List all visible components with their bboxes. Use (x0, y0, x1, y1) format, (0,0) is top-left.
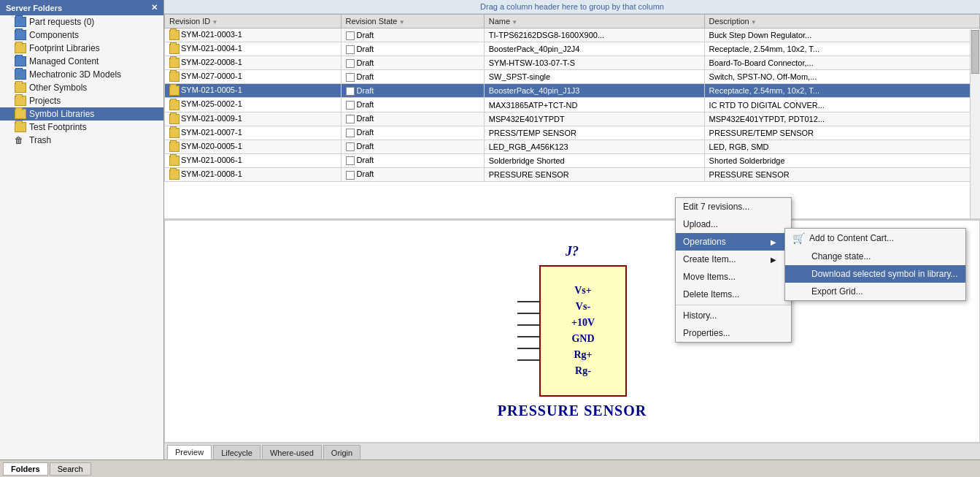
cell-revision-state: Draft (341, 167, 484, 181)
sub-download-symbol[interactable]: Download selected symbol in library... (785, 265, 965, 283)
sub-export-grid[interactable]: Export Grid... (785, 283, 965, 300)
cell-name: MAX31865ATP+TCT-ND (484, 98, 704, 112)
submenu-arrow-create: ▶ (771, 256, 776, 264)
pin-line-1 (517, 301, 539, 302)
cell-description: PRESSURE SENSOR (704, 167, 979, 181)
pin-line-6 (517, 359, 539, 361)
table-row[interactable]: SYM-021-0005-1 DraftBoosterPack_40pin_J1… (165, 84, 980, 98)
symbol-reference: J? (566, 244, 579, 259)
cell-name: LED_RGB_A456K123 (484, 140, 704, 153)
col-description[interactable]: Description (704, 15, 979, 28)
sidebar-item-trash[interactable]: 🗑 Trash (0, 134, 163, 147)
sidebar-item-mechatronic-3d[interactable]: Mechatronic 3D Models (0, 68, 163, 81)
cell-revision-id: SYM-022-0008-1 (165, 56, 342, 70)
symbol-body: Vs+ Vs- +10V GND Rg+ Rg- (517, 265, 627, 397)
cell-name: BoosterPack_40pin_J1J3 (484, 84, 704, 98)
context-properties[interactable]: Properties... (676, 324, 791, 342)
cell-revision-id: SYM-021-0003-1 (165, 28, 342, 42)
cell-revision-state: Draft (341, 42, 484, 56)
cell-name: SYM-HTSW-103-07-T-S (484, 56, 704, 70)
tab-preview[interactable]: Preview (167, 445, 212, 459)
cell-revision-id: SYM-027-0000-1 (165, 70, 342, 84)
sidebar-item-symbol-libraries[interactable]: Symbol Libraries (0, 107, 163, 121)
cell-revision-state: Draft (341, 140, 484, 153)
table-row[interactable]: SYM-027-0000-1 DraftSW_SPST-singleSwitch… (165, 70, 980, 84)
table-row[interactable]: SYM-021-0007-1 DraftPRESS/TEMP SENSORPRE… (165, 126, 980, 140)
sidebar-item-label: Components (29, 30, 79, 40)
tab-origin[interactable]: Origin (323, 445, 360, 459)
context-upload[interactable]: Upload... (676, 215, 791, 233)
cell-revision-id: SYM-025-0002-1 (165, 98, 342, 112)
sidebar-item-projects[interactable]: Projects (0, 94, 163, 107)
cell-revision-state: Draft (341, 70, 484, 84)
cell-revision-id: SYM-021-0006-1 (165, 153, 342, 167)
table-header-row: Revision ID Revision State Name Descript… (165, 15, 980, 28)
sidebar-item-components[interactable]: Components (0, 28, 163, 42)
table-row[interactable]: SYM-021-0006-1 DraftSolderbridge Shorted… (165, 153, 980, 167)
table-row[interactable]: SYM-022-0008-1 DraftSYM-HTSW-103-07-T-SB… (165, 56, 980, 70)
table-row[interactable]: SYM-020-0005-1 DraftLED_RGB_A456K123LED,… (165, 140, 980, 153)
sidebar-item-other-symbols[interactable]: Other Symbols (0, 81, 163, 94)
sidebar-item-label: Part requests (0) (29, 17, 94, 27)
sidebar-item-label: Test Footprints (29, 122, 87, 132)
cell-description: Board-To-Board Connector,... (704, 56, 979, 70)
cart-icon: 🛒 (792, 232, 805, 244)
context-edit-revisions[interactable]: Edit 7 revisions... (676, 198, 791, 215)
cell-description: Receptacle, 2.54mm, 10x2, T... (704, 42, 979, 56)
col-revision-id[interactable]: Revision ID (165, 15, 342, 28)
cell-description: Receptacle, 2.54mm, 10x2, T... (704, 84, 979, 98)
col-revision-state[interactable]: Revision State (341, 15, 484, 28)
cell-revision-state: Draft (341, 98, 484, 112)
cell-description: MSP432E401YTPDT, PDT012... (704, 112, 979, 126)
sidebar-item-part-requests[interactable]: Part requests (0) (0, 15, 163, 28)
sidebar: Server Folders ✕ Part requests (0) Compo… (0, 0, 164, 459)
pin-label-4: GND (571, 333, 594, 345)
cell-revision-id: SYM-021-0007-1 (165, 126, 342, 140)
col-name[interactable]: Name (484, 15, 704, 28)
cell-name: PRESSURE SENSOR (484, 167, 704, 181)
sidebar-item-label: Managed Content (29, 56, 99, 66)
context-create-item[interactable]: Create Item... ▶ (676, 251, 791, 268)
footer-tab-folders[interactable]: Folders (3, 462, 48, 476)
table-row[interactable]: SYM-021-0008-1 DraftPRESSURE SENSORPRESS… (165, 167, 980, 181)
sidebar-tree: Part requests (0) Components Footprint L… (0, 15, 163, 459)
tab-where-used[interactable]: Where-used (262, 445, 322, 459)
table-row[interactable]: SYM-021-0004-1 DraftBoosterPack_40pin_J2… (165, 42, 980, 56)
sidebar-item-footprint-libraries[interactable]: Footprint Libraries (0, 42, 163, 55)
sidebar-item-label: Mechatronic 3D Models (29, 69, 121, 80)
table-scroll[interactable]: Revision ID Revision State Name Descript… (164, 14, 980, 218)
tab-lifecycle[interactable]: Lifecycle (213, 445, 261, 459)
context-delete-items[interactable]: Delete Items... (676, 286, 791, 303)
sidebar-item-label: Symbol Libraries (29, 109, 94, 119)
cell-name: TI-TPS62162DSG8-1600X900... (484, 28, 704, 42)
context-menu: Edit 7 revisions... Upload... Operations… (675, 197, 792, 343)
sidebar-item-managed-content[interactable]: Managed Content (0, 55, 163, 68)
sidebar-close-btn[interactable]: ✕ (151, 3, 158, 12)
context-move-items[interactable]: Move Items... (676, 268, 791, 286)
pin-label-5: Rg+ (574, 349, 592, 361)
sub-change-state[interactable]: Change state... (785, 248, 965, 265)
pin-line-4 (517, 336, 539, 337)
context-operations[interactable]: Operations ▶ (676, 233, 791, 251)
cell-name: MSP432E401YTPDT (484, 112, 704, 126)
cell-revision-id: SYM-021-0009-1 (165, 112, 342, 126)
table-row[interactable]: SYM-021-0003-1 DraftTI-TPS62162DSG8-1600… (165, 28, 980, 42)
cell-name: SW_SPST-single (484, 70, 704, 84)
sidebar-item-label: Other Symbols (29, 83, 87, 93)
sidebar-title: Server Folders (6, 4, 62, 12)
pin-line-2 (517, 313, 539, 314)
table-row[interactable]: SYM-025-0002-1 DraftMAX31865ATP+TCT-NDIC… (165, 98, 980, 112)
scrollbar-thumb[interactable] (971, 30, 979, 74)
sub-add-to-cart[interactable]: 🛒 Add to Content Cart... (785, 229, 965, 248)
sidebar-item-test-footprints[interactable]: Test Footprints (0, 121, 163, 134)
scrollbar-track[interactable] (970, 30, 980, 218)
context-history[interactable]: History... (676, 307, 791, 324)
context-separator-1 (676, 305, 791, 305)
pin-label-3: +10V (571, 317, 595, 329)
footer-tab-search[interactable]: Search (50, 462, 91, 476)
cell-revision-state: Draft (341, 28, 484, 42)
cell-description: LED, RGB, SMD (704, 140, 979, 153)
table-row[interactable]: SYM-021-0009-1 DraftMSP432E401YTPDTMSP43… (165, 112, 980, 126)
cell-name: PRESS/TEMP SENSOR (484, 126, 704, 140)
cell-name: Solderbridge Shorted (484, 153, 704, 167)
